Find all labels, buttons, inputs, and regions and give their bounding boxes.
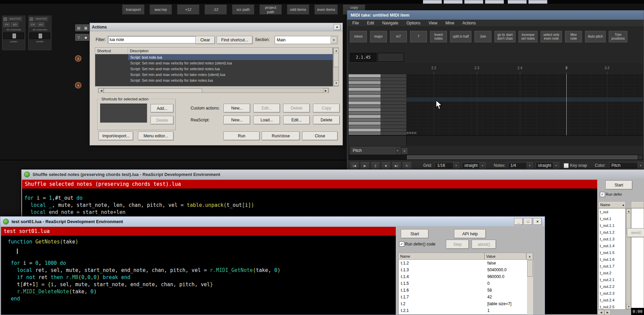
piano-key[interactable] [349, 101, 380, 104]
sort-asc-icon[interactable]: ▲ [526, 253, 533, 260]
section-select[interactable]: Main ▼ [275, 36, 338, 44]
step-button[interactable]: Step [446, 240, 469, 249]
close-icon[interactable]: × [533, 218, 542, 225]
watch-variable[interactable]: t_out.1.3 [599, 236, 625, 242]
watch-row[interactable]: t.1.35040000.0 [399, 267, 533, 273]
watch-variable[interactable]: t_out.1.6 [599, 256, 625, 263]
name-column-header[interactable]: Name ▲ [599, 201, 626, 208]
piano-key-row[interactable] [349, 118, 406, 122]
reaper-toolbar-button[interactable]: scr path [232, 5, 254, 15]
piano-key[interactable] [349, 118, 380, 121]
piano-key[interactable] [349, 112, 380, 115]
piano-key[interactable] [349, 95, 380, 98]
cc-lane[interactable] [349, 135, 643, 146]
piano-key[interactable] [349, 74, 380, 77]
filter-input[interactable] [108, 36, 196, 43]
watch-row[interactable]: t.1.50 [399, 280, 533, 287]
piano-key-row[interactable] [349, 84, 406, 88]
scrollbar-thumb[interactable] [334, 53, 339, 67]
action-row[interactable]: Script: Set min and max velocity for tak… [95, 72, 333, 77]
grid-icon[interactable]: ▦ [82, 24, 89, 31]
clear-button[interactable]: Clear [195, 36, 215, 44]
reascript-delete-button[interactable]: Delete [313, 116, 340, 124]
watch-row[interactable]: t.2[table size=7] [399, 300, 533, 307]
ide1-titlebar[interactable]: Shuffle selected notes (preserving chord… [21, 170, 644, 179]
action-list[interactable]: ShortcutDescriptionScript: test note.lua… [95, 47, 333, 86]
midi-toolbar-button[interactable]: m7 [390, 31, 407, 42]
watch-row[interactable]: t.1.2false [399, 260, 533, 267]
watch-variable[interactable]: t_out.2 [599, 270, 625, 276]
action-row[interactable]: Script: Set min and max velocity for tak… [95, 77, 333, 83]
grid-shape-select[interactable]: straight ▼ [462, 162, 486, 169]
pause-button[interactable]: || [371, 162, 380, 170]
piano-key-row[interactable] [349, 125, 406, 129]
action-row[interactable]: Script: Set min and max velocity for sel… [95, 60, 333, 66]
menu-actions[interactable]: Actions [463, 21, 476, 25]
watch-variable[interactable]: t_out.1 [599, 215, 625, 222]
note-shape-select[interactable]: straight ▼ [535, 162, 559, 169]
color-mode-select[interactable]: Pitch ▼ [609, 162, 644, 169]
action-list-hscrollbar[interactable]: ◀ ▶ [98, 88, 329, 93]
reaper-toolbar-button[interactable]: odd items [287, 5, 309, 15]
piano-key[interactable] [349, 98, 380, 101]
scroll-right-icon[interactable]: ▶ [323, 88, 328, 93]
fader-thumb[interactable] [13, 34, 16, 38]
key-snap-checkbox[interactable] [564, 163, 569, 168]
piano-key-row[interactable] [349, 74, 406, 78]
name-column-header[interactable]: Name [398, 253, 485, 260]
action-row[interactable]: Script: Set min and max velocity for sel… [95, 66, 333, 72]
midi-toolbar-button[interactable]: 7 [410, 31, 427, 42]
scrollbar-thumb[interactable] [104, 88, 202, 93]
shortcut-list[interactable] [100, 103, 147, 123]
watch-variable[interactable]: t_out.2.5 [599, 303, 625, 310]
watch-variable[interactable]: t_out.1.2 [599, 229, 625, 236]
piano-key[interactable] [349, 81, 380, 84]
midi-toolbar-button[interactable]: Mov note [565, 31, 582, 42]
atexit-button[interactable]: atexit() [472, 240, 496, 249]
watch-rows[interactable]: t.1.2falset.1.35040000.0t.1.4960000.0t.1… [398, 260, 533, 315]
piano-key-row[interactable] [349, 132, 406, 135]
piano-key[interactable] [349, 115, 380, 118]
stop-button[interactable]: ■ [381, 162, 391, 170]
menu-navigate[interactable]: Navigate [382, 21, 398, 25]
midi-toolbar-button[interactable]: major [370, 31, 387, 42]
scrollbar-thumb[interactable] [527, 260, 533, 277]
watch-variable[interactable]: t_out [599, 209, 625, 215]
watch-row[interactable]: t.1.658 [399, 287, 533, 294]
watch-scrollbar[interactable] [527, 260, 533, 315]
piano-key[interactable] [349, 125, 380, 128]
reascript-new-button[interactable]: New... [223, 116, 250, 124]
volume-fader[interactable] [30, 33, 50, 39]
watch-variable[interactable]: t_out.2.1 [599, 276, 625, 283]
midi-toolbar-button[interactable]: increase sel notes [519, 31, 538, 42]
cc-lane-selector[interactable]: Pitch ▼ [350, 147, 401, 154]
piano-key[interactable] [349, 122, 380, 125]
menu-edit[interactable]: Edit [367, 21, 374, 25]
add-cc-lane-button[interactable]: + [402, 148, 407, 154]
piano-key[interactable] [349, 105, 380, 108]
midi-editor-titlebar[interactable]: MIDI take: untitled MIDI item [347, 11, 644, 20]
watch-row[interactable]: t.1.4960000.0 [399, 273, 533, 280]
scroll-down-icon[interactable]: ▼ [626, 304, 631, 309]
start-button[interactable]: Start [401, 229, 429, 238]
fx-button[interactable]: FX [30, 22, 36, 27]
watch-variable[interactable]: t_out.1.5 [599, 249, 625, 256]
piano-key[interactable] [349, 132, 380, 135]
reascript-load-button[interactable]: Load... [253, 116, 280, 124]
run-defer-checkbox[interactable]: ✓ [399, 241, 404, 247]
reaper-toolbar-button[interactable]: transport [122, 5, 144, 15]
volume-fader[interactable] [3, 33, 24, 39]
piano-key-row[interactable] [349, 88, 406, 91]
scroll-right-icon[interactable]: ▶ [604, 310, 611, 315]
start-button[interactable]: Start [605, 180, 632, 190]
piano-key-row[interactable] [349, 81, 406, 84]
channel-icon[interactable] [30, 17, 33, 21]
value-column-header[interactable] [631, 201, 644, 208]
api-help-button[interactable]: API help [454, 229, 486, 238]
scroll-down-icon[interactable]: ▼ [334, 81, 339, 86]
run-defer-checkbox[interactable]: ✓ [600, 192, 605, 197]
minimize-icon[interactable]: _ [514, 218, 523, 225]
channel-icon[interactable] [3, 17, 7, 21]
piano-key-row[interactable] [349, 91, 406, 95]
action-row[interactable]: Script: test note.lua [95, 54, 333, 60]
